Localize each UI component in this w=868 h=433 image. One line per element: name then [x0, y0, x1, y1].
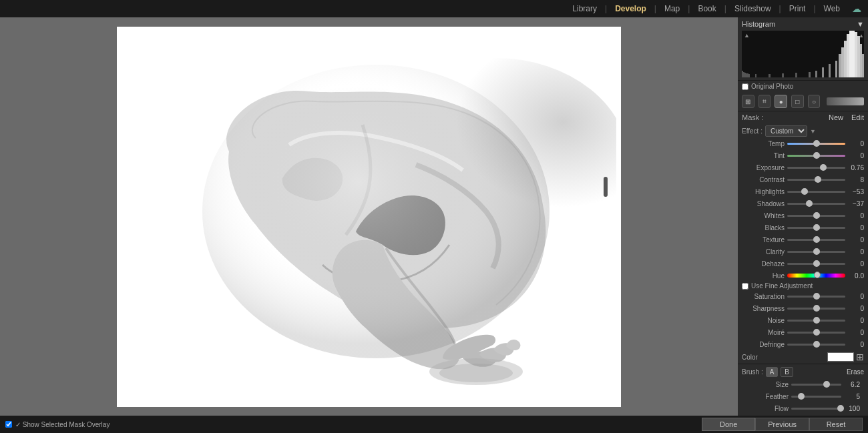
highlights-slider[interactable] [787, 191, 845, 193]
contrast-thumb[interactable] [815, 176, 821, 183]
brush-size-thumb[interactable] [823, 381, 830, 388]
auto-mask-checkbox[interactable] [746, 416, 752, 416]
show-mask-checkbox[interactable] [5, 421, 12, 428]
highlights-thumb[interactable] [801, 188, 808, 195]
brush-tab-b[interactable]: B [781, 367, 793, 377]
panel-scroll-handle[interactable] [604, 177, 608, 197]
exposure-thumb[interactable] [820, 164, 827, 171]
hue-slider[interactable] [787, 274, 845, 278]
brush-erase-button[interactable]: Erase [847, 368, 864, 376]
defringe-label: Defringe [742, 341, 787, 348]
svg-rect-16 [809, 72, 811, 77]
nav-item-develop[interactable]: Develop [610, 4, 652, 13]
defringe-thumb[interactable] [813, 341, 820, 348]
svg-rect-25 [849, 31, 852, 77]
nav-item-slideshow[interactable]: Slideshow [729, 4, 777, 13]
brush-flow-value: 100 [841, 405, 860, 412]
tint-value: 0 [845, 152, 864, 159]
brush-tab-a[interactable]: A [766, 367, 779, 377]
noise-thumb[interactable] [813, 317, 820, 324]
histogram-collapse-icon[interactable]: ▼ [857, 20, 864, 28]
histogram-corner-label: ▲ [744, 32, 750, 39]
color-picker-white[interactable] [827, 352, 854, 362]
brush-flow-label: Flow [746, 405, 791, 412]
shadows-slider[interactable] [787, 203, 845, 205]
whites-value: 0 [845, 212, 864, 220]
noise-slider[interactable] [787, 320, 845, 322]
brush-feather-slider[interactable] [791, 396, 841, 398]
tool-grid-icon[interactable]: ⊞ [742, 95, 754, 108]
sharpness-thumb[interactable] [813, 305, 820, 312]
hue-thumb[interactable] [814, 272, 821, 278]
texture-slider[interactable] [787, 239, 845, 241]
top-nav: Library | Develop | Map | Book | Slidesh… [0, 0, 868, 17]
svg-rect-21 [839, 54, 841, 77]
nav-item-map[interactable]: Map [659, 4, 685, 13]
contrast-slider[interactable] [787, 179, 845, 181]
mask-new-button[interactable]: New [829, 113, 843, 121]
svg-rect-18 [822, 67, 824, 77]
sharpness-slider[interactable] [787, 308, 845, 310]
shadows-thumb[interactable] [806, 200, 813, 207]
brush-feather-label: Feather [746, 393, 791, 400]
params-scroll[interactable]: Effect : Custom ▼ Temp 0 Tint [738, 123, 868, 416]
whites-thumb[interactable] [813, 212, 820, 219]
dehaze-slider[interactable] [787, 263, 845, 265]
nav-item-print[interactable]: Print [784, 4, 811, 13]
svg-rect-11 [748, 74, 750, 77]
effect-arrow-icon: ▼ [810, 128, 816, 135]
blacks-label: Blacks [742, 224, 787, 232]
temp-thumb[interactable] [813, 140, 820, 147]
blacks-slider[interactable] [787, 227, 845, 229]
hue-value: 0.0 [845, 272, 864, 280]
moire-slider[interactable] [787, 332, 845, 334]
shadows-row: Shadows −37 [738, 197, 868, 209]
tint-slider[interactable] [787, 155, 845, 157]
tool-brush-icon[interactable]: ● [775, 95, 787, 108]
saturation-slider[interactable] [787, 296, 845, 298]
show-mask-label: ✓ Show Selected Mask Overlay [15, 421, 110, 428]
cloud-icon: ☁ [852, 3, 861, 14]
svg-rect-13 [769, 74, 771, 77]
tool-circle-icon[interactable]: ○ [808, 95, 821, 108]
exposure-value: 0.76 [845, 164, 864, 171]
histogram-bars: ▲ [742, 31, 864, 77]
brush-size-slider[interactable] [791, 384, 841, 386]
moire-thumb[interactable] [813, 329, 820, 336]
nav-item-web[interactable]: Web [819, 4, 845, 13]
nav-item-library[interactable]: Library [567, 4, 602, 13]
mask-row: Mask : New Edit [738, 111, 868, 123]
done-button[interactable]: Done [702, 418, 755, 431]
reset-button[interactable]: Reset [809, 418, 863, 431]
clarity-slider[interactable] [787, 251, 845, 253]
tint-thumb[interactable] [813, 152, 820, 159]
defringe-slider[interactable] [787, 344, 845, 346]
effect-dropdown[interactable]: Custom [765, 125, 807, 137]
brush-flow-thumb[interactable] [837, 405, 844, 412]
brush-feather-thumb[interactable] [798, 393, 805, 400]
whites-label: Whites [742, 212, 787, 220]
color-swatch-gradient [827, 97, 864, 105]
texture-label: Texture [742, 236, 787, 244]
texture-thumb[interactable] [813, 236, 820, 243]
mask-edit-button[interactable]: Edit [851, 113, 864, 121]
tool-crop-icon[interactable]: ⌗ [758, 95, 771, 108]
dehaze-thumb[interactable] [813, 260, 820, 267]
whites-slider[interactable] [787, 215, 845, 217]
brush-flow-slider[interactable] [791, 408, 841, 410]
contrast-value: 8 [845, 176, 864, 183]
saturation-thumb[interactable] [813, 293, 820, 300]
moire-row: Moiré 0 [738, 326, 868, 338]
temp-slider[interactable] [787, 143, 845, 145]
exposure-slider[interactable] [787, 167, 845, 169]
effect-label: Effect : [742, 127, 763, 135]
fine-adjustment-checkbox[interactable] [742, 283, 748, 290]
clarity-thumb[interactable] [813, 248, 820, 255]
nav-item-book[interactable]: Book [692, 4, 721, 13]
saturation-value: 0 [845, 293, 864, 300]
color-picker-icon[interactable]: ⊞ [856, 352, 864, 362]
previous-button[interactable]: Previous [755, 418, 809, 431]
tool-square-icon[interactable]: □ [791, 95, 804, 108]
original-photo-checkbox[interactable] [742, 83, 748, 90]
blacks-thumb[interactable] [813, 224, 820, 231]
